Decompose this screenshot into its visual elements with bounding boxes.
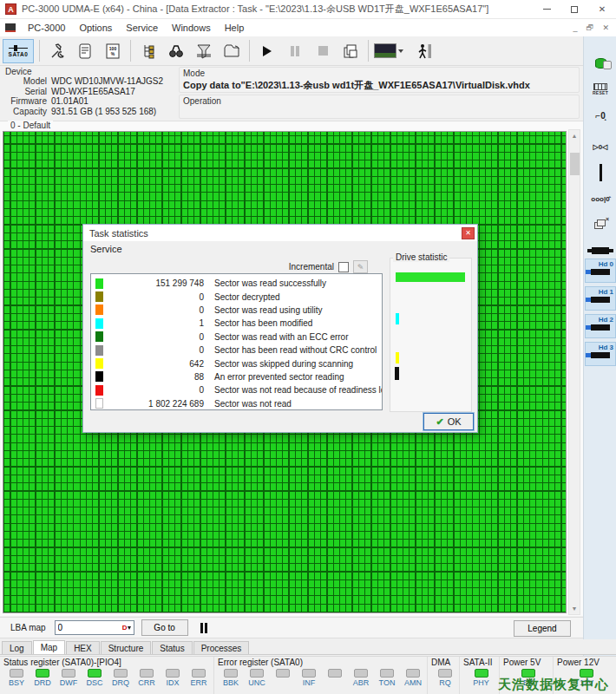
reset-button[interactable]: RESET <box>586 78 615 101</box>
sata0-port-button[interactable]: SATA0 <box>3 39 34 63</box>
copy-sectors-button[interactable] <box>337 39 364 63</box>
led-cell: ABR <box>348 669 374 687</box>
dialog-close-button[interactable]: ✕ <box>462 227 475 239</box>
led-indicator <box>276 669 290 678</box>
menu-item-options[interactable]: Options <box>72 21 119 35</box>
copy-stack-icon <box>342 43 359 60</box>
tab-status[interactable]: Status <box>152 641 192 654</box>
device-field-label: Serial <box>5 87 47 97</box>
dec-hex-toggle-icon[interactable]: D <box>121 622 133 633</box>
standby-button[interactable] <box>586 161 615 184</box>
drive-power-icon <box>595 58 606 69</box>
led-indicator <box>250 669 264 678</box>
scroll-thumb[interactable] <box>570 153 580 175</box>
exit-button[interactable] <box>411 39 437 63</box>
hd0-button[interactable]: Hd 0 <box>585 259 616 283</box>
stop-button[interactable] <box>310 39 336 63</box>
tab-map[interactable]: Map <box>33 640 65 654</box>
scroll-up-icon[interactable]: ▲ <box>569 130 580 141</box>
device-field-label: Model <box>5 76 47 87</box>
watermark-text: 天浩数据恢复中心 <box>498 677 609 693</box>
recalibrate-button[interactable]: ▷0◁ <box>586 135 615 158</box>
drive-power-button[interactable] <box>586 52 615 75</box>
status-group-0: Status register (SATA0)-[PIO4]BSYDRDDWFD… <box>0 657 214 694</box>
led-label: TON <box>379 678 396 687</box>
funnel-icon <box>195 43 213 60</box>
reset-icon <box>593 83 607 90</box>
mdi-restore-icon[interactable]: 🗗 <box>586 23 593 32</box>
stat-count: 88 <box>103 372 204 382</box>
maximize-button[interactable] <box>560 0 588 19</box>
led-cell <box>270 669 296 687</box>
clear-copies-icon: × <box>594 219 606 230</box>
drive-statistic-canvas <box>390 259 471 411</box>
scroll-down-icon[interactable]: ▼ <box>569 603 580 614</box>
ok-button[interactable]: ✔ OK <box>423 413 474 430</box>
led-indicator <box>114 669 128 678</box>
drive-head-icon <box>591 297 610 303</box>
pause-button[interactable] <box>282 39 308 63</box>
menu-item-help[interactable]: Help <box>218 21 252 35</box>
led-indicator <box>140 669 154 678</box>
clear-copies-button[interactable]: × <box>586 213 615 236</box>
tools-button[interactable] <box>44 39 70 63</box>
mdi-minimize-icon[interactable]: _ <box>573 23 577 32</box>
drive-head-icon <box>591 352 610 358</box>
stat-color-swatch <box>95 304 103 315</box>
tab-log[interactable]: Log <box>2 641 32 654</box>
operation-group: Operation <box>179 95 580 119</box>
hd1-button[interactable]: Hd 1 <box>585 286 616 311</box>
legend-button[interactable]: Legend <box>514 620 571 637</box>
tab-structure[interactable]: Structure <box>101 641 152 654</box>
drive-statistic-mark <box>396 313 399 324</box>
hd3-button[interactable]: Hd 3 <box>585 342 616 366</box>
stat-row: 0Sector has been read without CRC contro… <box>91 344 382 357</box>
device-field-row: Firmware01.01A01 <box>5 96 177 107</box>
start-button[interactable] <box>254 39 280 63</box>
utility-button[interactable]: 100% <box>100 39 126 63</box>
menu-item-service[interactable]: Service <box>119 21 165 35</box>
stat-count: 642 <box>103 359 204 369</box>
led-cell: DSC <box>82 669 108 687</box>
led-indicator <box>475 669 488 678</box>
edit-button[interactable]: ✎ <box>353 260 368 273</box>
incremental-checkbox[interactable] <box>338 262 349 272</box>
view-mode-button[interactable] <box>374 40 409 62</box>
resources-button[interactable] <box>135 39 161 63</box>
mdi-close-icon[interactable]: ✕ <box>602 23 609 32</box>
set-max-address-icon: ooo|0̂ <box>591 195 609 203</box>
tab-hex[interactable]: HEX <box>66 641 100 654</box>
goto-button[interactable]: Go to <box>141 619 188 636</box>
search-button[interactable] <box>163 39 189 63</box>
stat-count: 0 <box>103 332 204 342</box>
filter-button[interactable] <box>191 39 217 63</box>
minimize-button[interactable] <box>533 0 560 19</box>
soft-reset-button[interactable]: ⌐0̟ <box>586 104 615 127</box>
led-label: DRQ <box>112 678 129 687</box>
lba-map-label: LBA map <box>10 623 46 632</box>
script-button[interactable] <box>72 39 98 63</box>
led-cell: INF <box>296 669 322 687</box>
stat-color-swatch <box>95 318 103 329</box>
map-vertical-scrollbar[interactable]: ▲ ▼ <box>568 129 580 615</box>
map-pause-button[interactable] <box>200 623 207 633</box>
led-cell: RQ <box>431 669 459 687</box>
stat-color-swatch <box>95 358 103 369</box>
svg-text:%: % <box>111 51 115 56</box>
stat-label: Sector decrypted <box>214 292 280 302</box>
binoculars-icon <box>167 43 185 60</box>
close-button[interactable]: ✕ <box>588 0 616 19</box>
hd2-button[interactable]: Hd 2 <box>585 314 616 338</box>
menu-item-windows[interactable]: Windows <box>165 21 218 35</box>
operation-group-title: Operation <box>183 96 575 106</box>
set-max-address-button[interactable]: ooo|0̂ <box>586 187 615 210</box>
stop-icon <box>318 46 328 56</box>
menu-item-pc-3000[interactable]: PC-3000 <box>21 21 72 35</box>
mdi-child-icon <box>5 23 16 32</box>
led-cell: CRR <box>134 669 160 687</box>
led-cell: UNC <box>244 669 270 687</box>
device-field-row: ModelWDC WD10JMVW-11AJGS2 <box>5 76 177 87</box>
tab-processes[interactable]: Processes <box>193 641 250 654</box>
tasks-button[interactable] <box>219 39 245 63</box>
led-cell: DRD <box>29 669 56 687</box>
